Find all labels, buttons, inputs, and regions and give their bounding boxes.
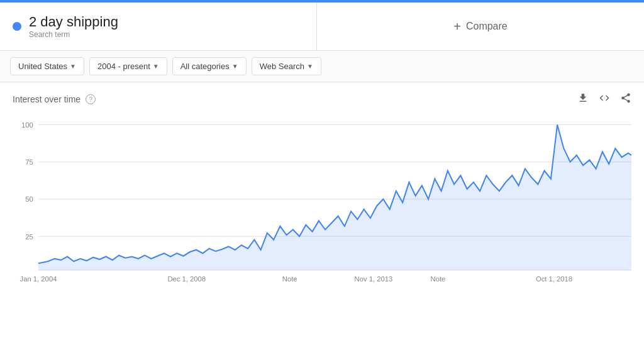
compare-section[interactable]: + Compare: [317, 3, 644, 50]
chart-header: Interest over time ?: [13, 92, 631, 106]
search-term: 2 day shipping: [29, 14, 118, 30]
svg-text:Note: Note: [431, 275, 446, 283]
svg-text:75: 75: [25, 158, 33, 166]
date-label: 2004 - present: [97, 62, 150, 71]
chart-actions: [577, 92, 631, 106]
search-type-filter[interactable]: Web Search ▼: [252, 57, 321, 75]
compare-plus-icon: +: [453, 19, 461, 34]
term-dot: [13, 22, 21, 31]
date-filter[interactable]: 2004 - present ▼: [89, 57, 167, 75]
embed-button[interactable]: [599, 92, 610, 106]
filters-bar: United States ▼ 2004 - present ▼ All cat…: [0, 51, 644, 82]
svg-text:Note: Note: [282, 275, 297, 283]
search-type-chevron: ▼: [307, 63, 313, 70]
svg-text:50: 50: [25, 195, 33, 203]
chart-section: Interest over time ? 100: [0, 82, 644, 293]
svg-marker-9: [38, 125, 631, 271]
region-chevron: ▼: [70, 63, 76, 70]
region-label: United States: [18, 62, 67, 71]
term-type: Search term: [29, 30, 118, 39]
category-chevron: ▼: [232, 63, 238, 70]
header: 2 day shipping Search term + Compare: [0, 3, 644, 51]
date-chevron: ▼: [153, 63, 159, 70]
svg-text:Dec 1, 2008: Dec 1, 2008: [167, 275, 206, 283]
svg-text:25: 25: [25, 232, 33, 240]
svg-text:Oct 1, 2018: Oct 1, 2018: [536, 275, 572, 283]
download-button[interactable]: [577, 92, 589, 106]
svg-text:Jan 1, 2004: Jan 1, 2004: [20, 275, 57, 283]
chart-title-row: Interest over time ?: [13, 94, 96, 104]
svg-text:Nov 1, 2013: Nov 1, 2013: [355, 275, 393, 283]
svg-text:100: 100: [21, 121, 33, 129]
category-label: All categories: [180, 62, 230, 71]
search-term-section: 2 day shipping Search term: [0, 3, 317, 50]
help-icon[interactable]: ?: [86, 94, 96, 104]
chart-title: Interest over time: [13, 94, 80, 104]
trend-chart: 100 75 50 25 Jan 1, 2004 Dec 1, 2008 Nov…: [13, 111, 631, 287]
share-button[interactable]: [620, 92, 631, 106]
term-info: 2 day shipping Search term: [29, 14, 118, 39]
category-filter[interactable]: All categories ▼: [172, 57, 247, 75]
trend-chart-container: 100 75 50 25 Jan 1, 2004 Dec 1, 2008 Nov…: [13, 111, 631, 287]
compare-label: Compare: [466, 21, 508, 32]
search-type-label: Web Search: [260, 62, 304, 71]
region-filter[interactable]: United States ▼: [10, 57, 84, 75]
